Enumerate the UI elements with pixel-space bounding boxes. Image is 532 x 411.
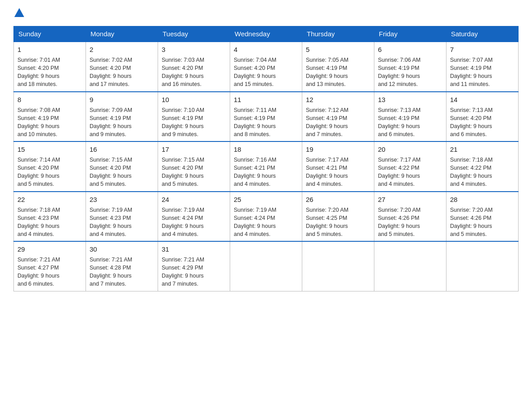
calendar-cell: 6 Sunrise: 7:06 AMSunset: 4:19 PMDayligh… xyxy=(374,42,446,92)
day-number: 12 xyxy=(306,95,370,104)
day-number: 21 xyxy=(450,145,515,154)
day-info: Sunrise: 7:21 AMSunset: 4:28 PMDaylight:… xyxy=(90,256,154,288)
calendar-week-4: 22 Sunrise: 7:18 AMSunset: 4:23 PMDaylig… xyxy=(14,192,519,242)
header-row: Sunday Monday Tuesday Wednesday Thursday… xyxy=(14,26,519,42)
calendar-cell: 2 Sunrise: 7:02 AMSunset: 4:20 PMDayligh… xyxy=(86,42,158,92)
col-sunday: Sunday xyxy=(14,26,86,42)
calendar-cell: 8 Sunrise: 7:08 AMSunset: 4:19 PMDayligh… xyxy=(14,92,86,142)
day-info: Sunrise: 7:17 AMSunset: 4:21 PMDaylight:… xyxy=(306,156,370,188)
calendar-cell: 1 Sunrise: 7:01 AMSunset: 4:20 PMDayligh… xyxy=(14,42,86,92)
day-number: 15 xyxy=(17,145,82,154)
day-number: 26 xyxy=(306,195,370,204)
col-tuesday: Tuesday xyxy=(158,26,230,42)
day-number: 14 xyxy=(450,95,515,104)
calendar-cell: 12 Sunrise: 7:12 AMSunset: 4:19 PMDaylig… xyxy=(302,92,374,142)
day-number: 25 xyxy=(234,195,298,204)
calendar-cell: 17 Sunrise: 7:15 AMSunset: 4:20 PMDaylig… xyxy=(158,141,230,192)
day-info: Sunrise: 7:05 AMSunset: 4:19 PMDaylight:… xyxy=(306,56,370,89)
calendar-week-2: 8 Sunrise: 7:08 AMSunset: 4:19 PMDayligh… xyxy=(14,92,519,142)
day-number: 5 xyxy=(306,45,370,54)
col-friday: Friday xyxy=(374,26,446,42)
day-number: 6 xyxy=(378,45,442,54)
calendar-cell: 19 Sunrise: 7:17 AMSunset: 4:21 PMDaylig… xyxy=(302,141,374,192)
col-saturday: Saturday xyxy=(446,26,519,42)
day-info: Sunrise: 7:06 AMSunset: 4:19 PMDaylight:… xyxy=(378,56,442,89)
day-info: Sunrise: 7:09 AMSunset: 4:19 PMDaylight:… xyxy=(90,106,154,139)
calendar-cell: 5 Sunrise: 7:05 AMSunset: 4:19 PMDayligh… xyxy=(302,42,374,92)
calendar-cell: 21 Sunrise: 7:18 AMSunset: 4:22 PMDaylig… xyxy=(446,141,519,192)
day-info: Sunrise: 7:18 AMSunset: 4:22 PMDaylight:… xyxy=(450,156,515,188)
day-info: Sunrise: 7:13 AMSunset: 4:20 PMDaylight:… xyxy=(450,106,515,139)
day-info: Sunrise: 7:21 AMSunset: 4:27 PMDaylight:… xyxy=(17,256,82,288)
day-info: Sunrise: 7:19 AMSunset: 4:24 PMDaylight:… xyxy=(162,206,226,239)
calendar-cell: 25 Sunrise: 7:19 AMSunset: 4:24 PMDaylig… xyxy=(230,192,302,242)
day-info: Sunrise: 7:04 AMSunset: 4:20 PMDaylight:… xyxy=(234,56,298,89)
day-number: 8 xyxy=(17,95,82,104)
day-info: Sunrise: 7:15 AMSunset: 4:20 PMDaylight:… xyxy=(90,156,154,188)
calendar-cell: 23 Sunrise: 7:19 AMSunset: 4:23 PMDaylig… xyxy=(86,192,158,242)
day-number: 11 xyxy=(234,95,298,104)
calendar-cell: 26 Sunrise: 7:20 AMSunset: 4:25 PMDaylig… xyxy=(302,192,374,242)
calendar-cell: 14 Sunrise: 7:13 AMSunset: 4:20 PMDaylig… xyxy=(446,92,519,142)
day-number: 19 xyxy=(306,145,370,154)
calendar-cell xyxy=(374,241,446,291)
day-number: 10 xyxy=(162,95,226,104)
day-info: Sunrise: 7:14 AMSunset: 4:20 PMDaylight:… xyxy=(17,156,82,188)
page-header xyxy=(13,9,519,17)
day-info: Sunrise: 7:20 AMSunset: 4:26 PMDaylight:… xyxy=(378,206,442,239)
col-thursday: Thursday xyxy=(302,26,374,42)
calendar-cell: 3 Sunrise: 7:03 AMSunset: 4:20 PMDayligh… xyxy=(158,42,230,92)
day-number: 7 xyxy=(450,45,515,54)
calendar-cell: 16 Sunrise: 7:15 AMSunset: 4:20 PMDaylig… xyxy=(86,141,158,192)
day-info: Sunrise: 7:12 AMSunset: 4:19 PMDaylight:… xyxy=(306,106,370,139)
day-info: Sunrise: 7:18 AMSunset: 4:23 PMDaylight:… xyxy=(17,206,82,239)
day-number: 2 xyxy=(90,45,154,54)
calendar-cell xyxy=(230,241,302,291)
day-number: 30 xyxy=(90,244,154,254)
svg-marker-0 xyxy=(14,8,24,17)
day-info: Sunrise: 7:20 AMSunset: 4:26 PMDaylight:… xyxy=(450,206,515,239)
day-info: Sunrise: 7:21 AMSunset: 4:29 PMDaylight:… xyxy=(162,256,226,288)
calendar-week-3: 15 Sunrise: 7:14 AMSunset: 4:20 PMDaylig… xyxy=(14,141,519,192)
day-number: 20 xyxy=(378,145,442,154)
calendar-cell: 27 Sunrise: 7:20 AMSunset: 4:26 PMDaylig… xyxy=(374,192,446,242)
day-info: Sunrise: 7:13 AMSunset: 4:19 PMDaylight:… xyxy=(378,106,442,139)
day-number: 16 xyxy=(90,145,154,154)
day-number: 31 xyxy=(162,244,226,254)
day-info: Sunrise: 7:07 AMSunset: 4:19 PMDaylight:… xyxy=(450,56,515,89)
day-number: 18 xyxy=(234,145,298,154)
calendar-cell: 30 Sunrise: 7:21 AMSunset: 4:28 PMDaylig… xyxy=(86,241,158,291)
day-info: Sunrise: 7:20 AMSunset: 4:25 PMDaylight:… xyxy=(306,206,370,239)
calendar-cell: 31 Sunrise: 7:21 AMSunset: 4:29 PMDaylig… xyxy=(158,241,230,291)
day-info: Sunrise: 7:01 AMSunset: 4:20 PMDaylight:… xyxy=(17,56,82,89)
calendar-cell: 13 Sunrise: 7:13 AMSunset: 4:19 PMDaylig… xyxy=(374,92,446,142)
calendar-cell: 10 Sunrise: 7:10 AMSunset: 4:19 PMDaylig… xyxy=(158,92,230,142)
calendar-cell xyxy=(302,241,374,291)
calendar-week-5: 29 Sunrise: 7:21 AMSunset: 4:27 PMDaylig… xyxy=(14,241,519,291)
col-wednesday: Wednesday xyxy=(230,26,302,42)
day-number: 3 xyxy=(162,45,226,54)
day-number: 22 xyxy=(17,195,82,204)
calendar-cell: 4 Sunrise: 7:04 AMSunset: 4:20 PMDayligh… xyxy=(230,42,302,92)
day-number: 23 xyxy=(90,195,154,204)
day-number: 28 xyxy=(450,195,515,204)
calendar-cell: 28 Sunrise: 7:20 AMSunset: 4:26 PMDaylig… xyxy=(446,192,519,242)
col-monday: Monday xyxy=(86,26,158,42)
calendar-week-1: 1 Sunrise: 7:01 AMSunset: 4:20 PMDayligh… xyxy=(14,42,519,92)
day-number: 29 xyxy=(17,244,82,254)
calendar-cell: 7 Sunrise: 7:07 AMSunset: 4:19 PMDayligh… xyxy=(446,42,519,92)
day-info: Sunrise: 7:16 AMSunset: 4:21 PMDaylight:… xyxy=(234,156,298,188)
logo xyxy=(13,9,24,17)
calendar-cell: 24 Sunrise: 7:19 AMSunset: 4:24 PMDaylig… xyxy=(158,192,230,242)
day-number: 27 xyxy=(378,195,442,204)
day-info: Sunrise: 7:02 AMSunset: 4:20 PMDaylight:… xyxy=(90,56,154,89)
day-number: 4 xyxy=(234,45,298,54)
calendar-cell: 9 Sunrise: 7:09 AMSunset: 4:19 PMDayligh… xyxy=(86,92,158,142)
calendar-cell: 22 Sunrise: 7:18 AMSunset: 4:23 PMDaylig… xyxy=(14,192,86,242)
day-info: Sunrise: 7:17 AMSunset: 4:22 PMDaylight:… xyxy=(378,156,442,188)
day-info: Sunrise: 7:15 AMSunset: 4:20 PMDaylight:… xyxy=(162,156,226,188)
day-number: 24 xyxy=(162,195,226,204)
day-info: Sunrise: 7:08 AMSunset: 4:19 PMDaylight:… xyxy=(17,106,82,139)
calendar-cell: 15 Sunrise: 7:14 AMSunset: 4:20 PMDaylig… xyxy=(14,141,86,192)
day-info: Sunrise: 7:11 AMSunset: 4:19 PMDaylight:… xyxy=(234,106,298,139)
